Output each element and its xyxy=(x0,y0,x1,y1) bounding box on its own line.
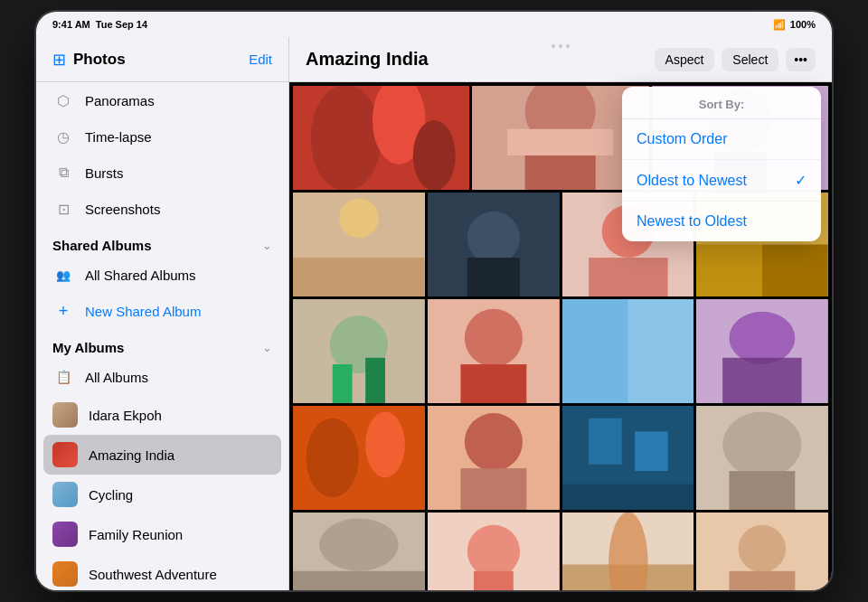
sidebar-item-bursts[interactable]: ⧉ Bursts xyxy=(36,155,288,191)
shared-albums-section-header[interactable]: Shared Albums ⌄ xyxy=(36,227,288,257)
svg-rect-60 xyxy=(730,571,796,590)
sort-newest-oldest[interactable]: Newest to Oldest xyxy=(622,202,821,241)
screenshots-icon: ⊡ xyxy=(52,198,74,220)
photo-cell[interactable] xyxy=(562,299,694,403)
sidebar-item-all-albums[interactable]: 📋 All Albums xyxy=(36,359,288,395)
amazing-india-thumb xyxy=(52,442,78,467)
date: Tue Sep 14 xyxy=(96,19,147,30)
svg-point-15 xyxy=(467,212,519,264)
header-buttons: Aspect Select ••• xyxy=(655,48,816,71)
photo-cell[interactable] xyxy=(293,299,425,403)
svg-rect-29 xyxy=(460,364,526,403)
sort-custom-label: Custom Order xyxy=(637,131,727,147)
sort-dropdown: Sort By: Custom Order Oldest to Newest ✓… xyxy=(622,87,821,241)
sort-oldest-newest[interactable]: Oldest to Newest ✓ xyxy=(622,160,821,202)
panoramas-label: Panoramas xyxy=(85,93,155,108)
sidebar-toggle-icon[interactable]: ⊞ xyxy=(52,50,66,70)
sidebar-item-panoramas[interactable]: ⬡ Panoramas xyxy=(36,82,288,118)
sort-oldest-label: Oldest to Newest xyxy=(637,173,747,189)
svg-point-50 xyxy=(319,518,398,570)
top-dots xyxy=(552,44,570,48)
photo-cell[interactable] xyxy=(428,299,560,403)
family-thumb xyxy=(52,522,78,547)
photo-cell[interactable] xyxy=(562,406,694,510)
bursts-icon: ⧉ xyxy=(52,162,74,183)
svg-rect-12 xyxy=(293,258,425,296)
sidebar: ⊞ Photos Edit ⬡ Panoramas ◷ Time-lapse ⧉… xyxy=(36,37,289,590)
status-left: 9:41 AM Tue Sep 14 xyxy=(52,19,147,30)
sidebar-item-cycling[interactable]: Cycling xyxy=(36,475,288,514)
sidebar-item-amazing-india[interactable]: Amazing India xyxy=(43,435,281,475)
svg-rect-7 xyxy=(507,129,613,155)
svg-point-38 xyxy=(365,411,405,477)
sidebar-item-timelapse[interactable]: ◷ Time-lapse xyxy=(36,118,288,155)
svg-point-53 xyxy=(467,525,519,578)
sidebar-item-all-shared[interactable]: 👥 All Shared Albums xyxy=(36,257,288,293)
ipad-frame: 9:41 AM Tue Sep 14 📶 100% ⊞ Photos Edit … xyxy=(36,12,832,590)
shared-albums-chevron: ⌄ xyxy=(262,239,272,252)
my-albums-section-header[interactable]: My Albums ⌄ xyxy=(36,329,288,359)
cycling-thumb xyxy=(52,482,78,507)
photo-cell[interactable] xyxy=(293,193,425,296)
svg-point-34 xyxy=(730,312,796,364)
photo-cell[interactable] xyxy=(293,86,469,190)
my-albums-title: My Albums xyxy=(52,340,124,355)
my-albums-chevron: ⌄ xyxy=(262,341,272,354)
photo-cell[interactable] xyxy=(428,513,560,590)
app-area: ⊞ Photos Edit ⬡ Panoramas ◷ Time-lapse ⧉… xyxy=(36,37,832,590)
svg-point-3 xyxy=(413,120,456,190)
svg-point-1 xyxy=(311,86,382,190)
battery: 100% xyxy=(790,19,816,30)
status-right: 📶 100% xyxy=(773,19,816,31)
sidebar-title: Photos xyxy=(73,51,126,69)
southwest-label: Southwest Adventure xyxy=(89,567,217,582)
svg-rect-22 xyxy=(762,245,828,297)
sidebar-header: ⊞ Photos Edit xyxy=(36,37,288,82)
sidebar-item-southwest[interactable]: Southwest Adventure xyxy=(36,554,288,590)
time: 9:41 AM xyxy=(52,19,90,30)
sort-custom-order[interactable]: Custom Order xyxy=(622,119,821,160)
photo-cell[interactable] xyxy=(562,513,694,590)
screenshots-label: Screenshots xyxy=(85,202,160,217)
folder-icon: 📋 xyxy=(52,366,74,388)
edit-button[interactable]: Edit xyxy=(249,52,272,67)
aspect-button[interactable]: Aspect xyxy=(655,48,715,71)
status-bar: 9:41 AM Tue Sep 14 📶 100% xyxy=(36,12,832,37)
panorama-icon: ⬡ xyxy=(52,89,74,111)
idara-thumb xyxy=(52,402,78,428)
svg-rect-21 xyxy=(696,245,762,297)
sidebar-item-screenshots[interactable]: ⊡ Screenshots xyxy=(36,191,288,227)
sort-check-icon: ✓ xyxy=(795,172,807,189)
grid-row-5 xyxy=(293,513,828,590)
photo-cell[interactable] xyxy=(293,406,425,510)
family-label: Family Reunion xyxy=(89,527,183,542)
cycling-label: Cycling xyxy=(89,487,133,503)
svg-rect-31 xyxy=(562,299,628,403)
more-button[interactable]: ••• xyxy=(786,48,816,71)
photo-cell[interactable] xyxy=(428,406,560,510)
photo-cell[interactable] xyxy=(696,406,828,510)
all-shared-label: All Shared Albums xyxy=(85,268,196,283)
photo-cell[interactable] xyxy=(696,299,828,403)
svg-rect-25 xyxy=(333,364,353,403)
main-content: Amazing India Aspect Select ••• xyxy=(289,37,832,590)
select-button[interactable]: Select xyxy=(722,48,778,71)
all-albums-label: All Albums xyxy=(85,370,148,385)
svg-rect-45 xyxy=(562,484,694,510)
photo-cell[interactable] xyxy=(293,513,425,590)
sidebar-item-idara-ekpoh[interactable]: Idara Ekpoh xyxy=(36,395,288,435)
main-title: Amazing India xyxy=(306,49,429,70)
svg-point-13 xyxy=(339,198,379,238)
sidebar-item-new-shared[interactable]: + New Shared Album xyxy=(36,293,288,329)
svg-rect-35 xyxy=(722,358,801,403)
photo-cell[interactable] xyxy=(428,193,560,296)
svg-rect-48 xyxy=(730,471,796,510)
svg-rect-32 xyxy=(627,299,693,403)
southwest-thumb xyxy=(52,561,78,587)
grid-row-3 xyxy=(293,299,828,403)
timelapse-icon: ◷ xyxy=(52,126,74,147)
photo-cell[interactable] xyxy=(696,513,828,590)
sort-header: Sort By: xyxy=(622,87,821,119)
sidebar-item-family-reunion[interactable]: Family Reunion xyxy=(36,514,288,554)
svg-rect-54 xyxy=(474,571,514,590)
